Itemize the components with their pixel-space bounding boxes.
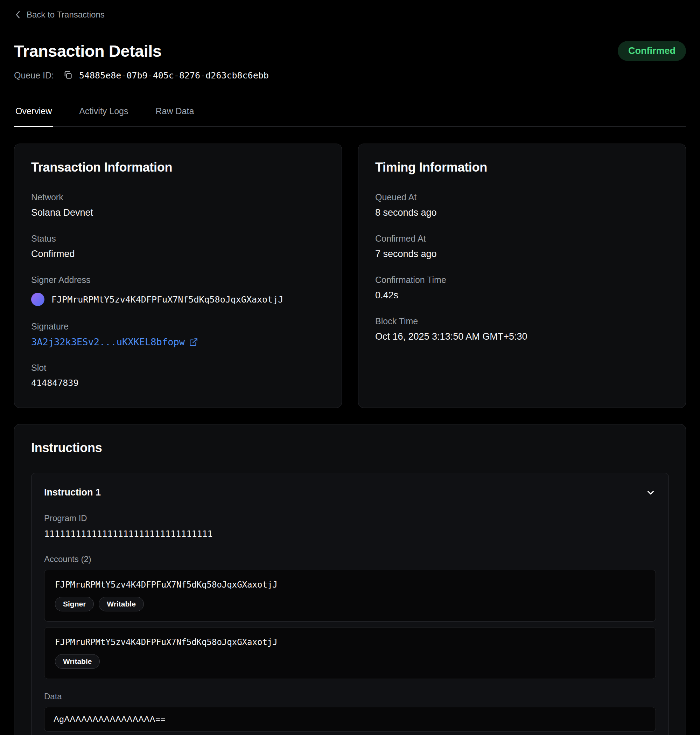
signer-address-value: FJPMruRPMtY5zv4K4DFPFuX7Nf5dKq58oJqxGXax… [51,295,283,305]
slot-label: Slot [31,363,325,373]
tab-raw-data[interactable]: Raw Data [154,106,196,127]
accounts-label: Accounts (2) [44,554,656,564]
status-label: Status [31,234,325,244]
confirmed-at-value: 7 seconds ago [375,249,669,259]
signature-link[interactable]: 3A2j32k3ESv2...uKXKEL8bfopw [31,336,198,348]
writable-badge: Writable [99,597,144,611]
back-button[interactable]: Back to Transactions [14,10,104,20]
queue-id-value: 54885e8e-07b9-405c-8276-d263cb8c6ebb [79,71,269,81]
slot-value: 414847839 [31,378,325,388]
copy-icon [63,70,73,81]
back-label: Back to Transactions [26,10,104,20]
timing-information-title: Timing Information [375,160,669,175]
signature-label: Signature [31,321,325,331]
tab-bar: Overview Activity Logs Raw Data [14,106,686,127]
data-box: AgAAAAAAAAAAAAAAAA== [44,707,656,732]
tab-activity-logs[interactable]: Activity Logs [78,106,129,127]
program-id-value: 11111111111111111111111111111111 [44,529,656,539]
account-address: FJPMruRPMtY5zv4K4DFPFuX7Nf5dKq58oJqxGXax… [55,580,645,590]
transaction-information-card: Transaction Information Network Solana D… [14,144,342,408]
timing-information-card: Timing Information Queued At 8 seconds a… [358,144,686,408]
queued-at-label: Queued At [375,192,669,202]
account-row: FJPMruRPMtY5zv4K4DFPFuX7Nf5dKq58oJqxGXax… [44,570,656,622]
transaction-information-title: Transaction Information [31,160,325,175]
page-title: Transaction Details [14,41,162,60]
confirmed-at-label: Confirmed At [375,234,669,244]
chevron-down-icon [646,488,656,498]
confirmation-time-value: 0.42s [375,290,669,301]
copy-button[interactable] [63,70,73,81]
data-value: AgAAAAAAAAAAAAAAAA== [54,714,646,724]
status-badge: Confirmed [618,41,686,61]
instructions-title: Instructions [31,440,669,455]
signer-address-label: Signer Address [31,275,325,285]
status-value: Confirmed [31,249,325,259]
queue-id-label: Queue ID: [14,71,54,81]
data-label: Data [44,692,656,701]
queued-at-value: 8 seconds ago [375,207,669,218]
signer-badge: Signer [55,597,94,611]
network-value: Solana Devnet [31,207,325,218]
writable-badge: Writable [55,654,100,669]
chevron-left-icon [14,10,22,19]
block-time-label: Block Time [375,316,669,326]
confirmation-time-label: Confirmation Time [375,275,669,285]
transaction-details-page: Back to Transactions Transaction Details… [0,0,700,735]
instruction-header[interactable]: Instruction 1 [44,487,656,498]
instruction-title: Instruction 1 [44,487,101,498]
tab-overview[interactable]: Overview [14,106,53,127]
network-label: Network [31,192,325,202]
signature-value: 3A2j32k3ESv2...uKXKEL8bfopw [31,336,185,348]
block-time-value: Oct 16, 2025 3:13:50 AM GMT+5:30 [375,331,669,342]
account-row: FJPMruRPMtY5zv4K4DFPFuX7Nf5dKq58oJqxGXax… [44,627,656,679]
signer-avatar [31,293,44,306]
instruction-item: Instruction 1 Program ID 111111111111111… [31,473,669,735]
external-link-icon [189,337,198,347]
instructions-card: Instructions Instruction 1 Program ID 11… [14,424,686,735]
program-id-label: Program ID [44,513,656,523]
account-address: FJPMruRPMtY5zv4K4DFPFuX7Nf5dKq58oJqxGXax… [55,637,645,647]
